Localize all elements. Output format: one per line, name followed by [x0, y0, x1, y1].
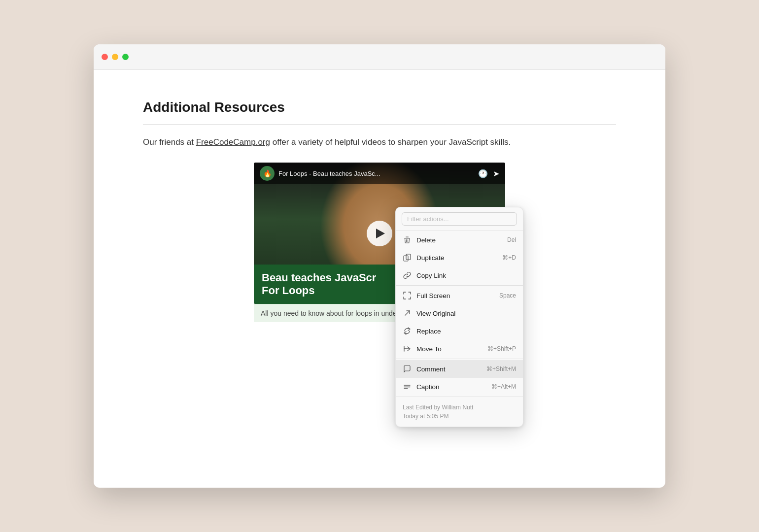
- comment-icon: [403, 365, 412, 373]
- menu-item-replace-label: Replace: [416, 328, 441, 335]
- minimize-button[interactable]: [112, 54, 118, 60]
- titlebar: [94, 44, 665, 70]
- menu-item-comment-shortcut: ⌘+Shift+M: [486, 366, 516, 372]
- menu-item-delete[interactable]: Delete Del: [396, 231, 523, 249]
- video-topbar: 🔥 For Loops - Beau teaches JavaSc... 🕐 ➤: [254, 163, 505, 184]
- menu-item-caption-shortcut: ⌘+Alt+M: [491, 383, 516, 390]
- filter-input[interactable]: [402, 212, 517, 226]
- menu-item-fullscreen-shortcut: Space: [499, 292, 516, 299]
- menu-item-caption[interactable]: Caption ⌘+Alt+M: [396, 378, 523, 396]
- main-content: Additional Resources Our friends at Free…: [94, 70, 665, 352]
- menu-item-moveto-shortcut: ⌘+Shift+P: [487, 345, 516, 352]
- intro-paragraph: Our friends at FreeCodeCamp.org offer a …: [143, 135, 616, 149]
- menu-item-caption-label: Caption: [416, 383, 440, 391]
- video-title: For Loops - Beau teaches JavaSc...: [278, 170, 474, 177]
- menu-item-duplicate-shortcut: ⌘+D: [502, 254, 516, 261]
- context-menu: Delete Del Duplicate ⌘+D: [395, 207, 523, 427]
- menu-divider-2: [396, 359, 523, 359]
- menu-item-fullscreen[interactable]: Full Screen Space: [396, 287, 523, 304]
- menu-item-comment-label: Comment: [416, 366, 446, 373]
- menu-divider-1: [396, 285, 523, 286]
- menu-item-duplicate-label: Duplicate: [416, 254, 444, 262]
- menu-item-comment[interactable]: Comment ⌘+Shift+M: [396, 360, 523, 378]
- app-window: Additional Resources Our friends at Free…: [94, 44, 665, 488]
- filter-input-wrapper: [396, 207, 523, 231]
- menu-item-copylink[interactable]: Copy Link: [396, 266, 523, 284]
- menu-footer: Last Edited by William Nutt Today at 5:0…: [396, 398, 523, 427]
- menu-item-delete-shortcut: Del: [507, 236, 516, 243]
- menu-item-copylink-label: Copy Link: [416, 272, 446, 279]
- menu-divider-3: [396, 397, 523, 397]
- menu-item-vieworiginal[interactable]: View Original: [396, 304, 523, 322]
- svg-line-8: [405, 311, 410, 315]
- svg-rect-3: [406, 237, 409, 237]
- replace-icon: [403, 327, 412, 335]
- play-icon: [376, 229, 385, 238]
- page-title: Additional Resources: [143, 100, 616, 115]
- video-controls: 🕐 ➤: [478, 169, 499, 178]
- menu-item-moveto[interactable]: Move To ⌘+Shift+P: [396, 340, 523, 358]
- close-button[interactable]: [102, 54, 108, 60]
- menu-item-delete-label: Delete: [416, 236, 436, 244]
- maximize-button[interactable]: [122, 54, 129, 60]
- menu-item-vieworiginal-label: View Original: [416, 310, 455, 317]
- video-bottom-text: Beau teaches JavaScrFor Loops: [262, 271, 376, 297]
- last-edited-label: Last Edited by William Nutt: [403, 403, 516, 412]
- fcc-link[interactable]: FreeCodeCamp.org: [196, 137, 270, 147]
- move-to-icon: [403, 344, 412, 353]
- menu-item-fullscreen-label: Full Screen: [416, 292, 450, 299]
- copy-link-icon: [403, 271, 412, 280]
- caption-icon: [403, 382, 412, 391]
- history-icon: 🕐: [478, 169, 488, 178]
- intro-text-after: offer a variety of helpful videos to sha…: [270, 137, 511, 147]
- delete-icon: [403, 235, 412, 244]
- svg-rect-2: [404, 238, 410, 238]
- intro-text-before: Our friends at: [143, 137, 196, 147]
- menu-item-moveto-label: Move To: [416, 345, 442, 353]
- play-button[interactable]: [367, 221, 392, 246]
- fcc-logo-icon: 🔥: [260, 166, 275, 181]
- share-icon: ➤: [493, 169, 499, 178]
- last-edited-time: Today at 5:05 PM: [403, 412, 516, 421]
- duplicate-icon: [403, 253, 412, 262]
- menu-item-replace[interactable]: Replace: [396, 322, 523, 340]
- title-divider: [143, 124, 616, 125]
- view-original-icon: [403, 309, 412, 318]
- fullscreen-icon: [403, 291, 412, 300]
- menu-item-duplicate[interactable]: Duplicate ⌘+D: [396, 249, 523, 266]
